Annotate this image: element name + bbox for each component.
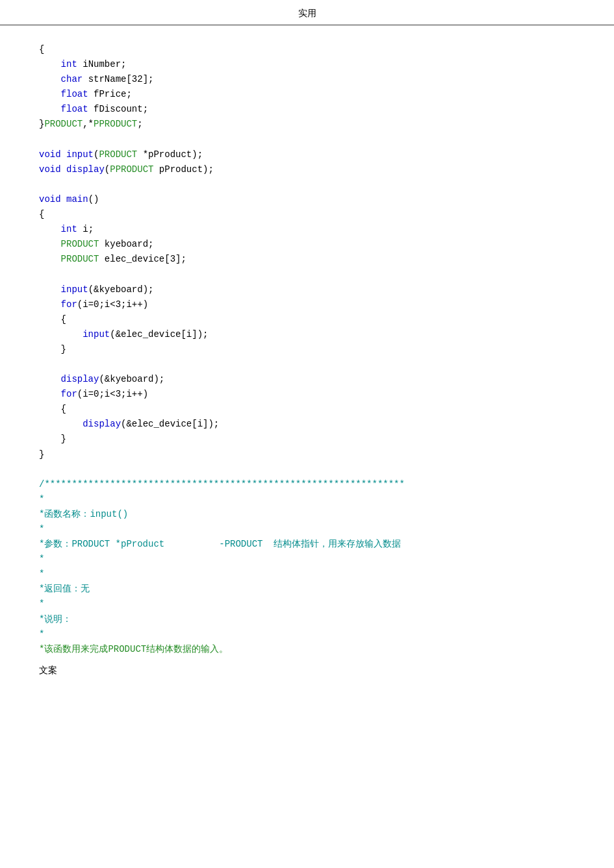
- page-header: 实用: [0, 0, 614, 25]
- code-block: { int iNumber; char strName[32]; float f…: [39, 42, 575, 657]
- header-title: 实用: [298, 8, 316, 18]
- footer-label: 文案: [39, 665, 575, 676]
- main-content: { int iNumber; char strName[32]; float f…: [0, 36, 614, 689]
